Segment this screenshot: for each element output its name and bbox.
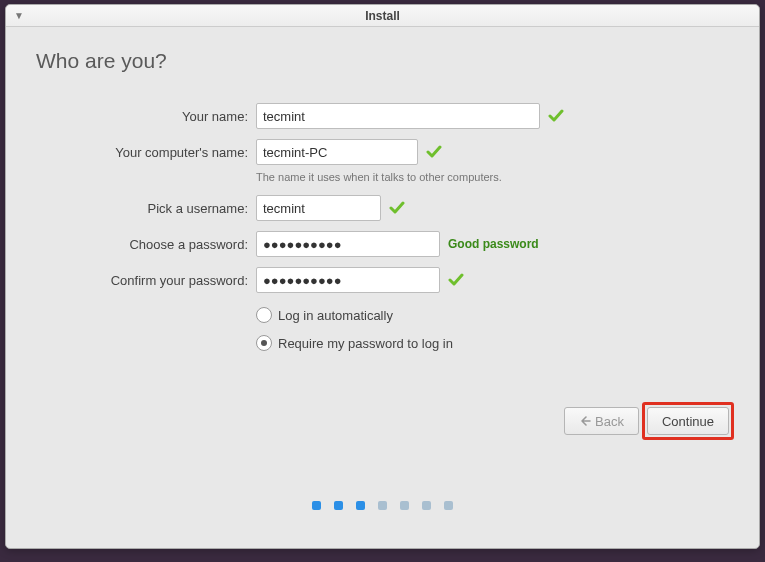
progress-dot — [334, 501, 343, 510]
row-computer: Your computer's name: — [36, 139, 729, 165]
check-icon — [548, 108, 564, 124]
continue-button-label: Continue — [662, 414, 714, 429]
username-input[interactable] — [256, 195, 381, 221]
titlebar: ▼ Install — [6, 5, 759, 27]
progress-dot — [444, 501, 453, 510]
check-icon — [426, 144, 442, 160]
row-password: Choose a password: Good password — [36, 231, 729, 257]
progress-dot — [356, 501, 365, 510]
computer-helper-text: The name it uses when it talks to other … — [256, 171, 729, 183]
window-menu-caret-icon[interactable]: ▼ — [14, 10, 24, 21]
arrow-left-icon — [579, 415, 591, 427]
check-icon — [389, 200, 405, 216]
label-username: Pick a username: — [36, 201, 256, 216]
label-name: Your name: — [36, 109, 256, 124]
computer-name-input[interactable] — [256, 139, 418, 165]
progress-dot — [400, 501, 409, 510]
password-input[interactable] — [256, 231, 440, 257]
progress-dot — [422, 501, 431, 510]
check-icon — [448, 272, 464, 288]
window-title: Install — [6, 9, 759, 23]
label-confirm: Confirm your password: — [36, 273, 256, 288]
back-button-label: Back — [595, 414, 624, 429]
label-password: Choose a password: — [36, 237, 256, 252]
radio-auto-label: Log in automatically — [278, 308, 393, 323]
back-button[interactable]: Back — [564, 407, 639, 435]
confirm-password-input[interactable] — [256, 267, 440, 293]
content-area: Who are you? Your name: Your computer's … — [6, 27, 759, 548]
continue-button[interactable]: Continue — [647, 407, 729, 435]
label-computer: Your computer's name: — [36, 145, 256, 160]
install-window: ▼ Install Who are you? Your name: Your c… — [5, 4, 760, 549]
progress-dot — [312, 501, 321, 510]
page-title: Who are you? — [36, 49, 729, 73]
name-input[interactable] — [256, 103, 540, 129]
row-name: Your name: — [36, 103, 729, 129]
row-confirm: Confirm your password: — [36, 267, 729, 293]
progress-dots — [6, 501, 759, 510]
radio-require-password[interactable]: Require my password to log in — [256, 335, 729, 351]
radio-icon — [256, 335, 272, 351]
row-username: Pick a username: — [36, 195, 729, 221]
button-bar: Back Continue — [564, 407, 729, 435]
radio-require-label: Require my password to log in — [278, 336, 453, 351]
progress-dot — [378, 501, 387, 510]
user-form: Your name: Your computer's name: The nam… — [36, 103, 729, 351]
radio-auto-login[interactable]: Log in automatically — [256, 307, 729, 323]
password-strength-label: Good password — [448, 237, 539, 251]
radio-icon — [256, 307, 272, 323]
